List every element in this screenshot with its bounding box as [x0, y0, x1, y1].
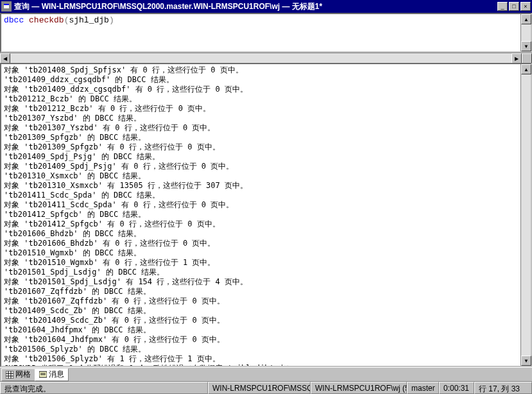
- status-main: 批查询完成。: [0, 382, 208, 394]
- scroll-left-icon[interactable]: ◀: [0, 53, 10, 64]
- status-db: master: [407, 382, 439, 394]
- editor-hscroll[interactable]: ◀ ▶: [0, 53, 532, 63]
- app-icon: [1, 1, 12, 12]
- status-time: 0:00:31: [439, 382, 474, 394]
- result-tabs: 网格 消息: [0, 367, 532, 381]
- scroll-right-icon[interactable]: ▶: [511, 53, 522, 64]
- grid-icon: [6, 371, 13, 379]
- results-vscroll[interactable]: ▲ ▼: [520, 64, 531, 366]
- messages-icon: [39, 371, 47, 379]
- scroll-up-icon[interactable]: ▲: [521, 14, 531, 24]
- keyword: dbcc: [4, 15, 24, 25]
- status-user: WIN-LRMSPCU1ROF\wj (52): [311, 382, 407, 394]
- maximize-button[interactable]: □: [509, 2, 519, 11]
- svg-rect-2: [6, 371, 13, 379]
- svg-rect-1: [4, 4, 9, 5]
- results-text[interactable]: 对象 'tb201408_Spdj_Spfjsx' 有 0 行，这些行位于 0 …: [1, 64, 520, 366]
- statusbar: 批查询完成。 WIN-LRMSPCU1ROF\MSSQL2000 WIN-LRM…: [0, 381, 532, 394]
- titlebar: 查询 — WIN-LRMSPCU1ROF\MSSQL2000.master.WI…: [0, 0, 532, 13]
- tab-messages[interactable]: 消息: [35, 368, 69, 381]
- status-server: WIN-LRMSPCU1ROF\MSSQL2000: [208, 382, 311, 394]
- editor-pane: dbcc checkdb(sjhl_djb) ▲ ▼: [0, 13, 532, 53]
- close-button[interactable]: ×: [520, 2, 531, 11]
- scroll-down-icon[interactable]: ▼: [521, 41, 531, 51]
- window-buttons: _ □ ×: [497, 2, 531, 11]
- scroll-up-icon[interactable]: ▲: [521, 64, 531, 74]
- tab-messages-label: 消息: [49, 369, 64, 380]
- scroll-down-icon[interactable]: ▼: [521, 355, 531, 366]
- tab-grid-label: 网格: [15, 369, 31, 380]
- function-name: checkdb: [29, 15, 64, 25]
- tab-grid[interactable]: 网格: [1, 368, 35, 381]
- window-title: 查询 — WIN-LRMSPCU1ROF\MSSQL2000.master.WI…: [14, 1, 497, 12]
- status-rowcol: 行 17, 列 33: [474, 382, 532, 394]
- svg-rect-0: [4, 5, 9, 8]
- sql-editor[interactable]: dbcc checkdb(sjhl_djb): [1, 14, 520, 51]
- paren-close: ): [109, 15, 114, 25]
- identifier: sjhl_djb: [69, 15, 108, 25]
- results-pane: 对象 'tb201408_Spdj_Spfjsx' 有 0 行，这些行位于 0 …: [0, 63, 532, 367]
- minimize-button[interactable]: _: [497, 2, 508, 11]
- scroll-track[interactable]: [10, 53, 511, 63]
- editor-vscroll[interactable]: ▲ ▼: [520, 14, 531, 51]
- scroll-corner: [522, 53, 532, 64]
